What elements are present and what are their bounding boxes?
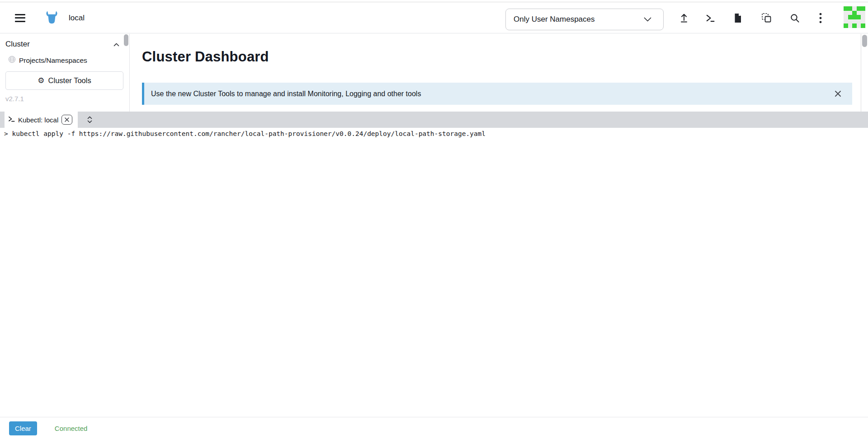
import-yaml-icon[interactable] — [760, 12, 773, 24]
hamburger-line — [15, 14, 25, 15]
version-label: v2.7.1 — [5, 95, 24, 103]
kubectl-shell-icon[interactable] — [704, 12, 717, 24]
sidebar-section-cluster: Cluster — [0, 34, 129, 49]
tab-close-icon[interactable] — [61, 115, 72, 125]
namespaces-globe-icon — [8, 56, 16, 65]
page-title: Cluster Dashboard — [142, 49, 269, 65]
main-scrollbar — [861, 34, 868, 112]
search-icon[interactable] — [788, 12, 801, 24]
sidebar: Cluster Projects/Namespaces ⚙ Cluster To… — [0, 34, 130, 112]
upload-icon[interactable] — [678, 12, 690, 24]
cluster-tools-label: Cluster Tools — [48, 76, 91, 85]
terminal-resize-icon[interactable] — [84, 112, 95, 128]
main-content: Cluster Dashboard Use the new Cluster To… — [130, 34, 861, 112]
tab-label: Kubectl: local — [18, 116, 58, 124]
sidebar-item-label: Projects/Namespaces — [19, 56, 87, 65]
cluster-name-label: local — [69, 14, 85, 23]
gear-icon: ⚙ — [38, 77, 44, 84]
chevron-up-icon[interactable] — [113, 40, 119, 49]
clear-button[interactable]: Clear — [9, 421, 37, 435]
namespace-filter-dropdown[interactable]: Only User Namespaces — [505, 9, 664, 30]
terminal-output[interactable]: > kubectl apply -f https://raw.githubuse… — [0, 128, 868, 417]
namespace-filter-value: Only User Namespaces — [514, 15, 595, 24]
hamburger-line — [15, 17, 25, 19]
tab-kubectl-local[interactable]: Kubectl: local — [5, 112, 78, 128]
user-avatar[interactable] — [844, 6, 865, 28]
file-document-icon[interactable] — [731, 12, 744, 24]
terminal-prompt-char: > — [4, 130, 8, 137]
hamburger-menu-button[interactable] — [15, 14, 25, 22]
kebab-menu-icon[interactable] — [814, 12, 827, 24]
terminal-tab-bar: Kubectl: local — [0, 112, 868, 128]
terminal-prompt-icon — [8, 116, 15, 124]
rancher-steer-logo-icon — [43, 10, 60, 25]
main-scrollbar-thumb[interactable] — [862, 35, 867, 47]
info-banner-text: Use the new Cluster Tools to manage and … — [151, 90, 421, 98]
sidebar-section-title: Cluster — [5, 40, 30, 49]
banner-close-icon[interactable] — [834, 89, 842, 98]
sidebar-scrollbar-thumb[interactable] — [124, 34, 128, 46]
app-header: local Only User Namespaces — [0, 3, 868, 33]
terminal-footer: Clear Connected — [0, 417, 868, 439]
info-banner: Use the new Cluster Tools to manage and … — [142, 83, 852, 105]
sidebar-item-projects-namespaces[interactable]: Projects/Namespaces — [0, 49, 129, 65]
kubectl-terminal-panel: Kubectl: local > kubectl apply -f https:… — [0, 112, 868, 439]
hamburger-line — [15, 21, 25, 22]
connection-status-label: Connected — [55, 425, 88, 432]
terminal-command-text: kubectl apply -f https://raw.githubuserc… — [12, 130, 486, 137]
cluster-tools-button[interactable]: ⚙ Cluster Tools — [5, 71, 123, 90]
window-top-edge — [0, 0, 868, 2]
chevron-down-icon — [644, 15, 651, 24]
